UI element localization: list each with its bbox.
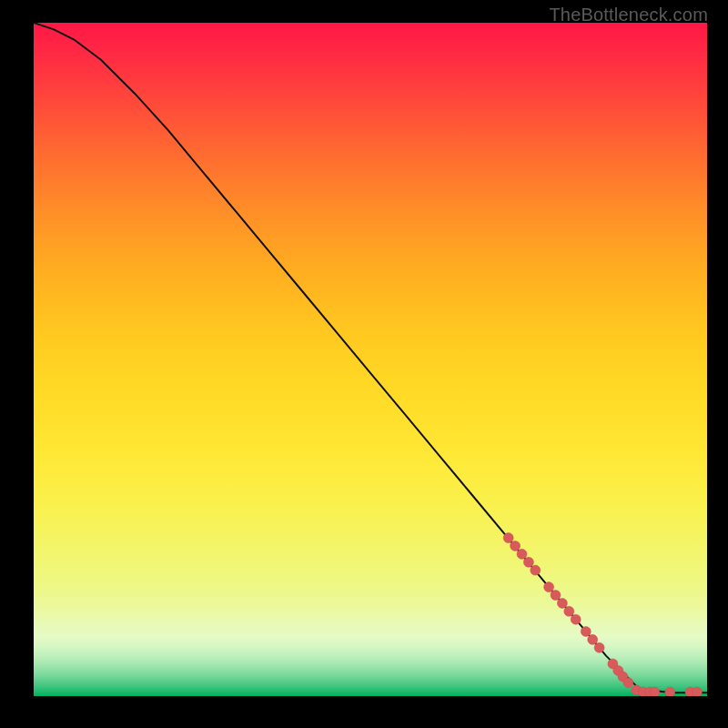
- data-marker: [581, 626, 591, 636]
- data-marker: [588, 634, 598, 644]
- marker-group: [503, 533, 702, 696]
- data-marker: [551, 591, 561, 601]
- data-marker: [623, 678, 633, 688]
- data-marker: [564, 606, 574, 616]
- data-marker: [523, 557, 533, 567]
- chart-svg: [34, 23, 707, 696]
- plot-area: [34, 23, 707, 696]
- data-marker: [517, 549, 527, 559]
- data-marker: [665, 687, 675, 696]
- data-marker: [544, 582, 554, 592]
- data-marker: [511, 541, 521, 551]
- data-marker: [557, 598, 567, 608]
- data-marker: [692, 687, 702, 696]
- data-marker: [503, 533, 513, 543]
- data-marker: [594, 642, 604, 652]
- data-marker: [531, 565, 541, 575]
- data-marker: [650, 687, 660, 696]
- watermark-text: TheBottleneck.com: [549, 5, 708, 25]
- chart-outer: TheBottleneck.com: [0, 0, 728, 728]
- curve-path: [34, 23, 707, 693]
- data-marker: [571, 614, 581, 624]
